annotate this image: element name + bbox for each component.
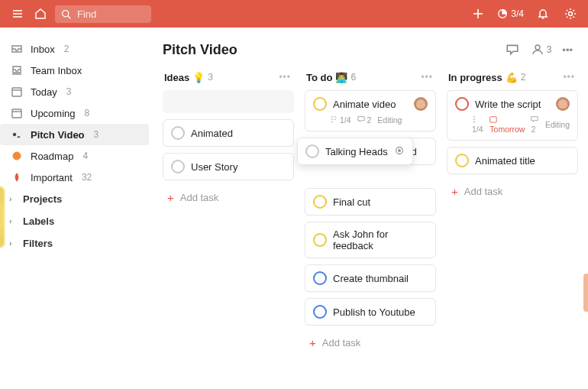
trial-counter[interactable]: 3/4 — [497, 8, 524, 19]
task-checkbox[interactable] — [313, 97, 327, 111]
plus-icon: + — [451, 185, 458, 198]
column-count: 3 — [208, 72, 213, 83]
assignee-avatar[interactable] — [414, 97, 428, 111]
task-title: Talking Heads — [325, 146, 388, 157]
task-card[interactable]: Animate video 1/4 2 — [305, 90, 436, 131]
svg-rect-11 — [12, 109, 21, 118]
task-card[interactable]: Ask John for feedback — [305, 222, 436, 258]
task-checkbox[interactable] — [305, 144, 319, 158]
svg-point-8 — [569, 12, 573, 16]
task-checkbox[interactable] — [171, 160, 185, 173]
sidebar-item-count: 8 — [85, 108, 90, 118]
svg-point-15 — [13, 133, 16, 136]
column-emoji: 💡 — [192, 72, 205, 83]
sidebar-item-label: Today — [31, 86, 57, 98]
roadmap-icon — [11, 150, 23, 162]
sidebar-item-team-inbox[interactable]: Team Inbox — [0, 60, 149, 81]
task-label: Editing — [377, 115, 402, 125]
sidebar-section-filters[interactable]: › Filters — [0, 232, 149, 254]
video-icon — [11, 128, 23, 141]
task-title: Write the script — [475, 99, 541, 110]
subtask-count: 1/4 — [330, 115, 351, 125]
task-checkbox[interactable] — [313, 305, 327, 319]
chevron-right-icon: › — [9, 195, 11, 203]
sidebar-item-count: 2 — [64, 44, 69, 54]
gear-icon[interactable] — [562, 5, 579, 22]
sidebar-item-roadmap[interactable]: Roadmap 4 — [0, 145, 149, 167]
assignee-avatar[interactable] — [556, 97, 570, 111]
task-checkbox[interactable] — [171, 126, 185, 140]
task-card[interactable]: Animated — [163, 119, 294, 147]
task-title: Create thumbnail — [333, 273, 409, 284]
sidebar-section-projects[interactable]: › Projects — [0, 188, 149, 210]
task-checkbox[interactable] — [313, 271, 327, 285]
column-menu-icon[interactable]: ••• — [277, 70, 292, 84]
chevron-right-icon: › — [9, 239, 11, 248]
search-input[interactable] — [55, 5, 151, 23]
column-in-progress: In progress 💪 2 ••• Write the script — [447, 66, 578, 377]
more-icon[interactable]: ••• — [562, 44, 573, 56]
column-ideas: Ideas 💡 3 ••• Animated — [163, 66, 294, 377]
sidebar-item-count: 3 — [66, 86, 72, 97]
comments-icon[interactable] — [504, 41, 521, 58]
task-title: Animated title — [475, 155, 535, 167]
task-checkbox[interactable] — [313, 233, 327, 247]
add-task-button[interactable]: + Add task — [447, 180, 578, 203]
trial-label: 3/4 — [511, 8, 524, 19]
sidebar-item-pitch-video[interactable]: Pitch Video 3 — [0, 124, 149, 145]
task-checkbox[interactable] — [313, 195, 327, 209]
task-title: Animated — [191, 128, 233, 139]
sidebar-item-upcoming[interactable]: Upcoming 8 — [0, 102, 149, 124]
column-count: 6 — [351, 72, 356, 83]
task-card[interactable]: Final cut — [305, 188, 436, 216]
svg-point-19 — [399, 149, 401, 151]
dragging-task-card[interactable]: Talking Heads — [297, 138, 413, 165]
add-task-button[interactable]: + Add task — [305, 332, 436, 354]
bell-icon[interactable] — [535, 5, 551, 22]
due-date: Tomorrow — [489, 115, 525, 134]
sidebar-item-today[interactable]: Today 3 — [0, 81, 149, 102]
column-todo: To do 👨‍💻 6 ••• Animate video — [305, 66, 436, 377]
upcoming-icon — [11, 107, 23, 119]
add-icon[interactable] — [470, 5, 486, 22]
sidebar: Inbox 2 Team Inbox Today 3 Upcoming 8 Pi… — [0, 28, 149, 389]
sidebar-item-label: Pitch Video — [31, 129, 85, 141]
task-checkbox[interactable] — [455, 97, 469, 111]
members-button[interactable]: 3 — [531, 44, 552, 56]
task-title: Publish to Youtube — [333, 306, 415, 318]
menu-icon[interactable] — [9, 5, 26, 22]
task-card[interactable]: User Story — [163, 153, 294, 180]
sidebar-item-important[interactable]: Important 32 — [0, 167, 149, 188]
task-card[interactable]: Create thumbnail — [305, 264, 436, 292]
task-card[interactable]: Animated title — [447, 147, 578, 174]
task-meta: 1/4 2 Editing — [313, 115, 428, 125]
column-menu-icon[interactable]: ••• — [561, 70, 577, 84]
column-title: In progress — [448, 72, 502, 83]
plus-icon: + — [167, 191, 174, 204]
task-checkbox[interactable] — [455, 154, 469, 167]
add-task-button[interactable]: + Add task — [163, 186, 294, 209]
task-title: Animate video — [333, 99, 396, 110]
main-panel: Pitch Video 3 ••• Ideas — [149, 28, 588, 389]
column-emoji: 👨‍💻 — [335, 72, 347, 83]
column-title: To do — [306, 72, 332, 83]
search-field[interactable] — [76, 8, 140, 21]
svg-point-16 — [13, 152, 21, 160]
column-menu-icon[interactable]: ••• — [419, 70, 435, 84]
chevron-right-icon: › — [9, 217, 11, 225]
sidebar-item-inbox[interactable]: Inbox 2 — [0, 38, 149, 60]
home-icon[interactable] — [32, 5, 49, 22]
svg-point-17 — [535, 45, 540, 50]
important-icon — [11, 171, 23, 183]
sidebar-item-count: 3 — [94, 129, 99, 140]
task-card[interactable]: Write the script 1/4 Tomorrow — [447, 90, 578, 141]
sidebar-item-label: Roadmap — [31, 151, 73, 162]
kanban-board: Ideas 💡 3 ••• Animated — [163, 66, 588, 389]
sidebar-section-labels[interactable]: › Labels — [0, 210, 149, 232]
task-card[interactable]: Publish to Youtube — [305, 298, 436, 326]
comments-count: 2 — [357, 115, 372, 125]
page-header: Pitch Video 3 ••• — [163, 28, 588, 66]
calendar-icon — [11, 86, 23, 98]
plus-icon: + — [309, 336, 316, 349]
inbox-icon — [11, 43, 23, 55]
